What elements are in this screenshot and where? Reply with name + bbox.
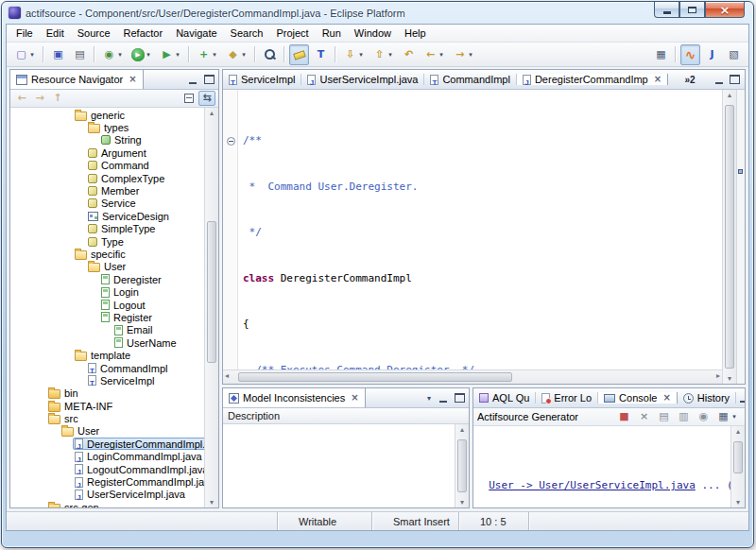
tree-item[interactable]: template — [10, 349, 204, 361]
tree-item[interactable]: SimpleType — [10, 223, 204, 235]
code-text[interactable]: /** * Command User.Deregister. — [223, 90, 722, 370]
toolbar-button[interactable]: ▤ — [70, 44, 90, 65]
tree-item[interactable]: Email — [10, 324, 204, 336]
tree-item[interactable]: User — [10, 261, 204, 273]
toolbar-button[interactable]: → — [450, 44, 477, 65]
code-line[interactable]: class DeregisterCommandImpl — [223, 273, 722, 285]
minimize-view-icon[interactable] — [712, 73, 727, 86]
menu-item[interactable]: Source — [71, 26, 117, 41]
scrollbar-thumb[interactable] — [238, 372, 512, 382]
editor-tab[interactable]: CommandImpl — [424, 74, 517, 85]
tree-item[interactable]: LogoutCommandImpl.java — [10, 463, 204, 475]
toolbar-button[interactable]: T — [311, 44, 331, 65]
tree-item[interactable]: ServiceImpl — [10, 374, 204, 387]
console-tool-button[interactable]: ▦ — [713, 409, 741, 425]
code-editor[interactable]: /** * Command User.Deregister. — [223, 90, 745, 384]
dropdown-arrow-icon[interactable] — [467, 51, 474, 59]
perspective-button[interactable]: ▧ — [724, 44, 744, 65]
view-menu-icon[interactable] — [423, 394, 435, 403]
tree-item[interactable]: generic — [10, 109, 204, 121]
editor-tab[interactable]: UserServiceImpl.java — [301, 74, 424, 85]
dropdown-arrow-icon[interactable] — [357, 51, 365, 59]
code-line[interactable]: * Command User.Deregister. — [223, 181, 722, 194]
menu-item[interactable]: Edit — [40, 26, 71, 41]
titlebar[interactable]: actifsource - Component/src/User/Deregis… — [2, 2, 753, 24]
dropdown-arrow-icon[interactable] — [28, 51, 36, 59]
minimize-view-icon[interactable] — [436, 391, 451, 404]
menu-item[interactable]: File — [9, 26, 40, 41]
console-tool-button[interactable]: ▥ — [674, 409, 694, 425]
console-tool-button[interactable]: ▤ — [654, 409, 674, 425]
code-line[interactable]: /** — [223, 135, 722, 147]
toolbar-button[interactable]: ◉ — [99, 44, 127, 65]
tree-item[interactable]: specific — [10, 248, 204, 260]
fold-collapse-icon[interactable] — [227, 137, 235, 146]
tree-item[interactable]: User — [10, 425, 204, 438]
menu-item[interactable]: Search — [224, 26, 270, 41]
dropdown-arrow-icon[interactable] — [240, 51, 248, 59]
close-button[interactable] — [705, 2, 745, 18]
navigator-tab[interactable]: Resource Navigator — [10, 70, 144, 89]
scrollbar-thumb[interactable] — [733, 441, 743, 473]
editor-tab[interactable]: DeregisterCommandImp — [517, 74, 668, 85]
navigator-tool-button[interactable]: ← — [13, 91, 30, 106]
tree-item[interactable]: Member — [10, 184, 204, 197]
tab-close-icon[interactable] — [351, 393, 358, 403]
dropdown-arrow-icon[interactable] — [211, 51, 218, 59]
dropdown-arrow-icon[interactable] — [438, 51, 445, 59]
menu-item[interactable]: Refactor — [117, 26, 170, 41]
tab-close-icon[interactable] — [662, 393, 670, 403]
dropdown-arrow-icon[interactable] — [145, 51, 152, 59]
tree-item[interactable]: RegisterCommandImpl.java — [10, 475, 204, 488]
model-scrollbar[interactable] — [455, 424, 469, 507]
console-tool-button[interactable]: ◉ — [694, 409, 713, 425]
toolbar-button[interactable]: ▣ — [48, 44, 68, 65]
tree-item[interactable]: Logout — [10, 299, 204, 311]
console-area-tab[interactable]: AQL Qu — [473, 392, 536, 404]
tree-item[interactable]: META-INF — [10, 400, 204, 412]
minimize-view-icon[interactable] — [185, 73, 200, 86]
maximize-view-icon[interactable] — [201, 73, 216, 86]
description-column-header[interactable]: Description — [223, 408, 469, 424]
toolbar-button[interactable] — [260, 44, 280, 65]
editor-hscrollbar[interactable] — [223, 370, 722, 384]
console-tool-button[interactable]: × — [634, 409, 654, 425]
navigator-tool-button[interactable] — [180, 91, 198, 106]
tree-item[interactable]: Command — [10, 160, 204, 172]
tree-item[interactable]: Register — [10, 311, 204, 323]
code-line[interactable]: */ — [223, 227, 722, 239]
tree-item[interactable]: Service — [10, 198, 204, 210]
dropdown-arrow-icon[interactable] — [730, 413, 738, 421]
tree-item[interactable]: Login — [10, 285, 204, 298]
toolbar-button[interactable]: ▶ — [157, 44, 184, 65]
perspective-button[interactable]: ▦ — [651, 44, 671, 65]
navigator-tool-button[interactable]: → — [31, 91, 48, 106]
model-inconsistencies-tab[interactable]: Model Inconsistencies — [223, 388, 366, 407]
tree-item[interactable]: types — [10, 121, 204, 133]
console-area-tab[interactable]: Console — [598, 392, 678, 404]
editor-tab[interactable]: ServiceImpl — [223, 74, 301, 85]
console-area-tab[interactable]: History — [678, 392, 736, 404]
navigator-tool-button[interactable]: ↑ — [49, 91, 66, 106]
menu-item[interactable]: Window — [348, 26, 398, 41]
tab-close-icon[interactable] — [129, 75, 136, 84]
tab-overflow-indicator[interactable]: »2 — [682, 70, 698, 89]
overview-ruler[interactable] — [736, 90, 745, 384]
tree-item[interactable]: ComplexType — [10, 172, 204, 184]
dropdown-arrow-icon[interactable] — [174, 51, 181, 59]
maximize-button[interactable] — [679, 2, 705, 18]
tree-item[interactable]: DeregisterCommandImpl.java — [10, 438, 204, 450]
toolbar-button[interactable]: ← — [421, 44, 448, 65]
scrollbar-thumb[interactable] — [725, 105, 734, 369]
tree-item[interactable]: Type — [10, 235, 204, 248]
menu-item[interactable]: Project — [269, 26, 315, 41]
console-area-tab[interactable]: Error Lo — [536, 392, 598, 404]
menu-item[interactable]: Run — [316, 26, 348, 41]
toolbar-button[interactable]: + — [194, 44, 221, 65]
dropdown-arrow-icon[interactable] — [387, 51, 394, 59]
toolbar-button[interactable]: ⇧ — [369, 44, 397, 65]
tree-item[interactable]: String — [10, 134, 204, 146]
toolbar-button[interactable]: ⇩ — [340, 44, 368, 65]
tree-item[interactable]: UserName — [10, 336, 204, 349]
menu-item[interactable]: Navigate — [169, 26, 223, 41]
